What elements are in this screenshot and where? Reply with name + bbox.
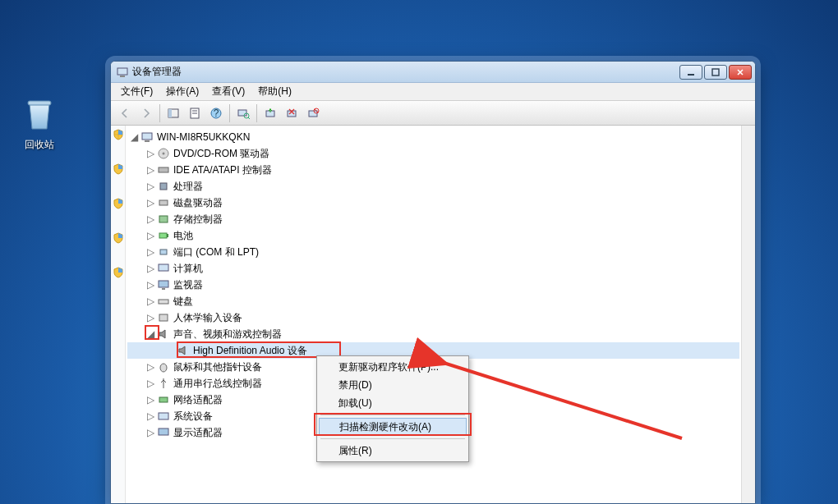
svg-rect-29 — [167, 234, 168, 237]
recycle-bin[interactable]: 回收站 — [15, 94, 64, 152]
ctx-update-driver[interactable]: 更新驱动程序软件(P)... — [319, 358, 467, 376]
svg-rect-32 — [159, 281, 168, 287]
shield-icon — [113, 232, 124, 244]
left-rail — [111, 126, 126, 503]
tree-item-disk[interactable]: ▷磁盘驱动器 — [127, 195, 739, 211]
tree-item-storage[interactable]: ▷存储控制器 — [127, 211, 739, 227]
disc-icon — [157, 147, 170, 160]
tree-item-dvd[interactable]: ▷DVD/CD-ROM 驱动器 — [127, 145, 739, 162]
expander-closed-icon[interactable]: ▷ — [144, 245, 157, 259]
network-icon — [157, 393, 170, 406]
monitor-icon — [157, 278, 170, 291]
shield-icon — [113, 267, 124, 278]
svg-rect-24 — [159, 167, 168, 172]
svg-rect-4 — [712, 69, 719, 76]
display-icon — [157, 426, 170, 439]
device-tree[interactable]: ◢ WIN-MI8R5UKKQKN ▷DVD/CD-ROM 驱动器 ▷IDE A… — [126, 126, 741, 503]
svg-rect-37 — [159, 397, 168, 402]
svg-rect-33 — [162, 288, 165, 290]
expander-closed-icon[interactable]: ▷ — [144, 377, 157, 390]
svg-rect-2 — [120, 76, 125, 77]
uninstall-button[interactable] — [282, 103, 302, 123]
tree-item-cpu[interactable]: ▷处理器 — [127, 178, 739, 195]
menu-file[interactable]: 文件(F) — [114, 83, 159, 100]
tree-root[interactable]: ◢ WIN-MI8R5UKKQKN — [127, 129, 739, 145]
expander-open-icon[interactable]: ◢ — [144, 328, 157, 341]
mouse-icon — [157, 360, 170, 373]
tree-item-hid[interactable]: ▷人体学输入设备 — [127, 309, 739, 326]
svg-rect-38 — [159, 413, 168, 419]
ctx-properties[interactable]: 属性(R) — [319, 442, 467, 460]
back-button[interactable] — [115, 103, 135, 123]
svg-rect-6 — [168, 109, 172, 117]
expander-closed-icon[interactable]: ▷ — [144, 229, 157, 242]
window-title: 设备管理器 — [132, 65, 679, 79]
expander-closed-icon[interactable]: ▷ — [144, 311, 157, 324]
tree-item-keyboard[interactable]: ▷键盘 — [127, 293, 739, 309]
separator — [320, 438, 465, 439]
svg-rect-3 — [688, 74, 694, 76]
recycle-bin-icon — [20, 94, 59, 134]
menu-bar: 文件(F) 操作(A) 查看(V) 帮助(H) — [111, 83, 755, 101]
computer-icon — [116, 66, 129, 79]
menu-action[interactable]: 操作(A) — [159, 83, 205, 100]
tree-item-computer[interactable]: ▷计算机 — [127, 260, 739, 277]
device-manager-window: 设备管理器 文件(F) 操作(A) 查看(V) 帮助(H) ? — [110, 61, 756, 504]
svg-rect-1 — [117, 68, 127, 75]
separator — [256, 104, 257, 122]
minimize-button[interactable] — [679, 65, 702, 80]
tree-item-battery[interactable]: ▷电池 — [127, 227, 739, 244]
expander-closed-icon[interactable]: ▷ — [144, 278, 157, 291]
close-button[interactable] — [729, 65, 752, 80]
toolbar: ? — [111, 101, 755, 126]
expander-closed-icon[interactable]: ▷ — [144, 213, 157, 226]
tree-item-ide[interactable]: ▷IDE ATA/ATAPI 控制器 — [127, 162, 739, 178]
tree-item-sound[interactable]: ◢声音、视频和游戏控制器 — [127, 326, 739, 342]
scrollbar[interactable] — [741, 126, 755, 503]
expander-closed-icon[interactable]: ▷ — [144, 393, 157, 406]
usb-icon — [157, 377, 170, 390]
expander-closed-icon[interactable]: ▷ — [144, 410, 157, 423]
help-button[interactable]: ? — [206, 103, 226, 123]
show-hide-console[interactable] — [163, 103, 183, 123]
cpu-icon — [157, 180, 170, 193]
svg-rect-30 — [160, 250, 167, 254]
expander-closed-icon[interactable]: ▷ — [144, 147, 157, 160]
expander-closed-icon[interactable]: ▷ — [144, 295, 157, 308]
tree-item-monitor[interactable]: ▷监视器 — [127, 277, 739, 293]
expander-closed-icon[interactable]: ▷ — [144, 196, 157, 209]
separator — [159, 104, 160, 122]
expander-closed-icon[interactable]: ▷ — [144, 163, 157, 176]
maximize-button[interactable] — [704, 65, 727, 80]
expander-closed-icon[interactable]: ▷ — [144, 426, 157, 439]
menu-view[interactable]: 查看(V) — [205, 83, 251, 100]
svg-rect-0 — [28, 101, 51, 105]
expander-closed-icon[interactable]: ▷ — [144, 262, 157, 275]
ctx-scan-hardware[interactable]: 扫描检测硬件改动(A) — [319, 418, 467, 436]
shield-icon — [113, 129, 124, 140]
svg-rect-26 — [159, 200, 168, 205]
expander-open-icon[interactable]: ◢ — [127, 131, 140, 144]
root-label: WIN-MI8R5UKKQKN — [157, 131, 250, 143]
speaker-icon — [157, 328, 170, 341]
title-bar[interactable]: 设备管理器 — [111, 62, 755, 83]
forward-button[interactable] — [136, 103, 156, 123]
battery-icon — [157, 229, 170, 242]
ctx-disable[interactable]: 禁用(D) — [319, 376, 467, 394]
menu-help[interactable]: 帮助(H) — [251, 83, 298, 100]
ctx-uninstall[interactable]: 卸载(U) — [319, 394, 467, 412]
context-menu: 更新驱动程序软件(P)... 禁用(D) 卸载(U) 扫描检测硬件改动(A) 属… — [316, 355, 469, 462]
update-driver-button[interactable] — [260, 103, 280, 123]
svg-rect-34 — [159, 300, 168, 304]
storage-icon — [157, 213, 170, 226]
scan-hardware-button[interactable] — [233, 103, 253, 123]
keyboard-icon — [157, 295, 170, 308]
shield-icon — [113, 163, 124, 175]
svg-line-14 — [248, 117, 250, 119]
expander-closed-icon[interactable]: ▷ — [144, 360, 157, 373]
expander-closed-icon[interactable]: ▷ — [144, 180, 157, 193]
svg-rect-12 — [238, 110, 246, 116]
properties-button[interactable] — [185, 103, 205, 123]
tree-item-ports[interactable]: ▷端口 (COM 和 LPT) — [127, 244, 739, 260]
disable-button[interactable] — [303, 103, 323, 123]
